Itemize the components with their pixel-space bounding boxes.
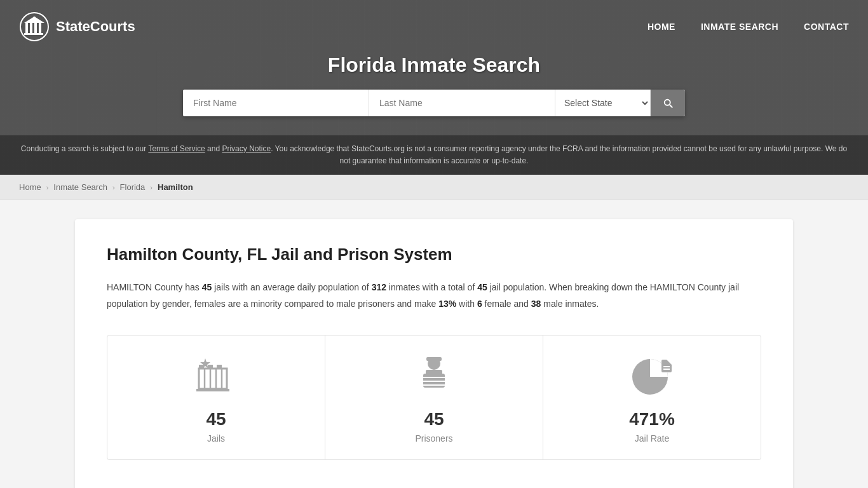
svg-rect-2 — [30, 23, 32, 33]
breadcrumb-sep-1: › — [46, 184, 49, 191]
breadcrumb-sep-3: › — [150, 184, 153, 191]
disclaimer-bar: Conducting a search is subject to our Te… — [0, 135, 868, 175]
desc-3: inmates with a total of — [386, 282, 477, 292]
male-count: 38 — [531, 299, 541, 309]
disclaimer-text-1: Conducting a search is subject to our — [21, 144, 149, 153]
stat-card-jails: 45 Jails — [107, 336, 325, 459]
prisoner-icon — [412, 355, 456, 399]
jail-rate-label: Jail Rate — [635, 433, 669, 444]
nav-home[interactable]: HOME — [648, 22, 675, 32]
breadcrumb-home[interactable]: Home — [19, 182, 41, 192]
stat-card-jail-rate: 471% Jail Rate — [543, 336, 761, 459]
prisoners-label: Prisoners — [415, 433, 452, 444]
jail-population: 45 — [477, 282, 487, 292]
search-button[interactable] — [651, 90, 685, 116]
logo-icon — [19, 11, 50, 42]
svg-rect-4 — [39, 23, 41, 33]
svg-rect-3 — [34, 23, 37, 33]
female-count: 6 — [477, 299, 482, 309]
search-bar: Select StateAlabamaAlaskaArizonaArkansas… — [183, 90, 685, 116]
svg-rect-1 — [25, 23, 28, 33]
svg-rect-15 — [208, 365, 213, 369]
nav-inmate-search[interactable]: INMATE SEARCH — [701, 22, 778, 32]
jails-icon — [194, 355, 238, 399]
desc-6: female and — [482, 299, 531, 309]
female-pct: 13% — [438, 299, 456, 309]
svg-rect-17 — [196, 389, 229, 391]
svg-rect-14 — [199, 365, 204, 369]
jail-rate-icon — [630, 355, 674, 399]
state-select[interactable]: Select StateAlabamaAlaskaArizonaArkansas… — [555, 90, 651, 116]
jails-label: Jails — [207, 433, 225, 444]
stats-row: 45 Jails — [107, 335, 761, 460]
privacy-link[interactable]: Privacy Notice — [222, 144, 271, 153]
desc-5: with — [456, 299, 477, 309]
logo-text: StateCourts — [56, 18, 135, 35]
avg-population: 312 — [372, 282, 386, 292]
breadcrumb-sep-2: › — [112, 184, 115, 191]
svg-rect-24 — [426, 370, 442, 375]
disclaimer-text-3: . You acknowledge that StateCourts.org i… — [271, 144, 847, 165]
breadcrumb-inmate-search[interactable]: Inmate Search — [53, 182, 107, 192]
svg-rect-9 — [199, 369, 227, 389]
search-icon — [662, 97, 674, 109]
breadcrumb: Home › Inmate Search › Florida › Hamilto… — [0, 175, 868, 200]
header: StateCourts HOME INMATE SEARCH CONTACT F… — [0, 0, 868, 175]
svg-point-7 — [33, 17, 36, 19]
last-name-input[interactable] — [369, 90, 555, 116]
terms-link[interactable]: Terms of Service — [148, 144, 205, 153]
breadcrumb-county: Hamilton — [158, 182, 193, 192]
jails-value: 45 — [206, 409, 226, 430]
county-description: HAMILTON County has 45 jails with an ave… — [107, 280, 761, 311]
main-content: Hamilton County, FL Jail and Prison Syst… — [62, 219, 806, 488]
disclaimer-text-2: and — [205, 144, 222, 153]
nav-contact[interactable]: CONTACT — [804, 22, 849, 32]
desc-1: HAMILTON County has — [107, 282, 202, 292]
svg-rect-6 — [24, 33, 43, 35]
first-name-input[interactable] — [183, 90, 369, 116]
top-navigation: StateCourts HOME INMATE SEARCH CONTACT — [0, 0, 868, 53]
county-title: Hamilton County, FL Jail and Prison Syst… — [107, 245, 761, 264]
logo-link[interactable]: StateCourts — [19, 11, 135, 42]
page-title: Florida Inmate Search — [13, 53, 855, 77]
breadcrumb-state[interactable]: Florida — [120, 182, 146, 192]
svg-rect-16 — [217, 365, 222, 369]
desc-7: male inmates. — [541, 299, 599, 309]
jails-count: 45 — [202, 282, 212, 292]
content-card: Hamilton County, FL Jail and Prison Syst… — [75, 219, 793, 488]
stat-card-prisoners: 45 Prisoners — [325, 336, 543, 459]
desc-2: jails with an average daily population o… — [212, 282, 371, 292]
header-content: Florida Inmate Search Select StateAlabam… — [0, 53, 868, 135]
prisoners-value: 45 — [424, 409, 444, 430]
nav-links: HOME INMATE SEARCH CONTACT — [648, 21, 849, 32]
jail-rate-value: 471% — [629, 409, 675, 430]
svg-rect-19 — [426, 357, 442, 361]
